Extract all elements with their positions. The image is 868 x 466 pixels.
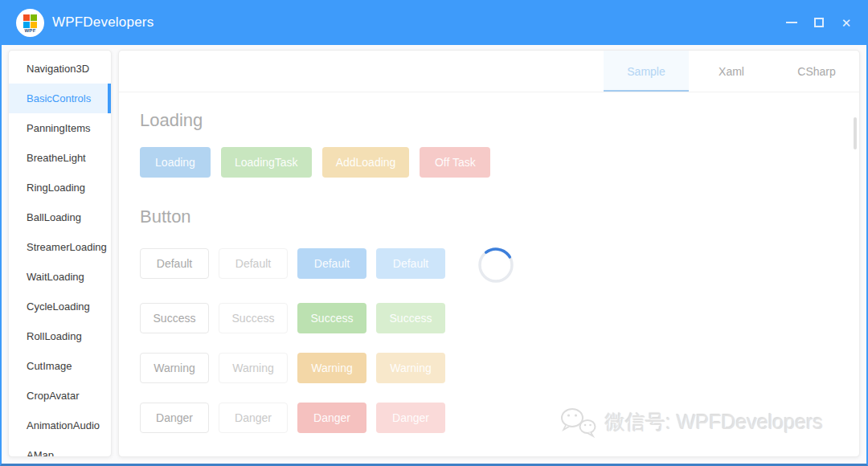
tab-bar: SampleXamlCSharp — [119, 51, 859, 92]
sidebar-item-label: BasicControls — [27, 92, 91, 104]
danger-outline-button[interactable]: Danger — [140, 403, 209, 433]
sidebar-item-label: CutImage — [27, 360, 72, 372]
sidebar-item-label: AnimationAudio — [27, 419, 100, 431]
sidebar-item-ringloading[interactable]: RingLoading — [9, 173, 111, 202]
maximize-button[interactable] — [805, 0, 833, 45]
success-outline-disabled-button[interactable]: Success — [219, 303, 288, 333]
button-row-primary: DefaultDefaultDefaultDefault — [140, 243, 859, 284]
button-rows: DefaultDefaultDefaultDefaultSuccessSucce… — [140, 243, 859, 433]
sidebar-item-cutimage[interactable]: CutImage — [9, 351, 111, 381]
section-title-button: Button — [140, 206, 859, 227]
sidebar-item-waitloading[interactable]: WaitLoading — [9, 262, 111, 292]
success-filled-button[interactable]: Success — [297, 303, 366, 333]
sidebar-item-cycleloading[interactable]: CycleLoading — [9, 292, 111, 321]
success-outline-button[interactable]: Success — [140, 303, 209, 333]
sidebar-item-ballloading[interactable]: BallLoading — [9, 202, 111, 232]
sidebar-item-panningitems[interactable]: PanningItems — [9, 113, 111, 143]
warning-outline-button[interactable]: Warning — [140, 353, 209, 383]
sidebar-item-label: RollLoading — [27, 330, 82, 342]
sidebar-item-streamerloading[interactable]: StreamerLoading — [9, 232, 111, 262]
active-indicator — [108, 84, 111, 113]
tab-sample[interactable]: Sample — [604, 51, 689, 92]
sidebar-item-cropavatar[interactable]: CropAvatar — [9, 381, 111, 411]
window-title: WPFDevelopers — [52, 14, 154, 31]
window-controls: ✕ — [778, 0, 860, 45]
loading-button-row: LoadingLoadingTaskAddLoadingOff Task — [140, 147, 859, 178]
sidebar-item-basiccontrols[interactable]: BasicControls — [9, 84, 111, 113]
warning-filled-button[interactable]: Warning — [297, 353, 366, 383]
off-task-button[interactable]: Off Task — [420, 147, 490, 178]
sidebar-item-label: RingLoading — [27, 182, 85, 194]
section-title-loading: Loading — [140, 110, 859, 131]
warning-outline-disabled-button[interactable]: Warning — [219, 353, 288, 383]
tab-xaml[interactable]: Xaml — [689, 51, 774, 92]
content-scroll-area: Loading LoadingLoadingTaskAddLoadingOff … — [119, 92, 859, 456]
danger-filled-button[interactable]: Danger — [297, 403, 366, 433]
content-panel: SampleXamlCSharp Loading LoadingLoadingT… — [118, 50, 860, 457]
app-window: WPF WPFDevelopers ✕ Navigation3DBasicCon… — [0, 0, 868, 466]
sidebar-item-label: StreamerLoading — [27, 241, 107, 253]
logo-squares-icon — [23, 14, 37, 28]
close-button[interactable]: ✕ — [833, 0, 860, 45]
sidebar-item-label: CycleLoading — [27, 300, 90, 313]
tab-csharp[interactable]: CSharp — [774, 51, 859, 92]
button-row-success: SuccessSuccessSuccessSuccess — [140, 303, 859, 333]
sidebar-item-breathelight[interactable]: BreatheLight — [9, 143, 111, 173]
sidebar-item-label: CropAvatar — [27, 390, 80, 402]
vertical-scrollbar-thumb[interactable] — [854, 117, 857, 149]
button-row-danger: DangerDangerDangerDanger — [140, 403, 859, 433]
loading-button[interactable]: Loading — [140, 147, 211, 178]
titlebar[interactable]: WPF WPFDevelopers ✕ — [2, 0, 866, 45]
sidebar-item-label: PanningItems — [27, 122, 91, 134]
loadingtask-button[interactable]: LoadingTask — [221, 147, 312, 178]
success-filled-disabled-button[interactable]: Success — [376, 303, 445, 333]
body-area: Navigation3DBasicControlsPanningItemsBre… — [2, 45, 866, 464]
sidebar-item-rollloading[interactable]: RollLoading — [9, 321, 111, 351]
addloading-button[interactable]: AddLoading — [322, 147, 410, 178]
danger-filled-disabled-button[interactable]: Danger — [376, 403, 445, 433]
sidebar-item-label: AMap — [27, 449, 54, 457]
sidebar-item-label: WaitLoading — [27, 271, 84, 283]
sidebar-item-label: Navigation3D — [27, 63, 89, 75]
primary-filled-disabled-button[interactable]: Default — [376, 248, 445, 279]
minimize-button[interactable] — [778, 0, 805, 45]
sidebar-item-amap[interactable]: AMap — [9, 440, 111, 457]
ring-loading-spinner — [477, 247, 514, 284]
primary-outline-disabled-button[interactable]: Default — [219, 248, 288, 279]
logo-wpf-text: WPF — [24, 28, 35, 34]
sidebar-item-label: BallLoading — [27, 211, 81, 223]
primary-filled-button[interactable]: Default — [297, 248, 366, 279]
warning-filled-disabled-button[interactable]: Warning — [376, 353, 445, 383]
sidebar-item-navigation3d[interactable]: Navigation3D — [9, 54, 111, 84]
sidebar-item-label: BreatheLight — [27, 152, 86, 164]
sidebar-nav: Navigation3DBasicControlsPanningItemsBre… — [8, 50, 112, 457]
primary-outline-button[interactable]: Default — [140, 248, 209, 279]
app-logo-icon: WPF — [16, 9, 44, 37]
danger-outline-disabled-button[interactable]: Danger — [219, 403, 288, 433]
button-row-warning: WarningWarningWarningWarning — [140, 353, 859, 383]
sidebar-item-animationaudio[interactable]: AnimationAudio — [9, 411, 111, 440]
